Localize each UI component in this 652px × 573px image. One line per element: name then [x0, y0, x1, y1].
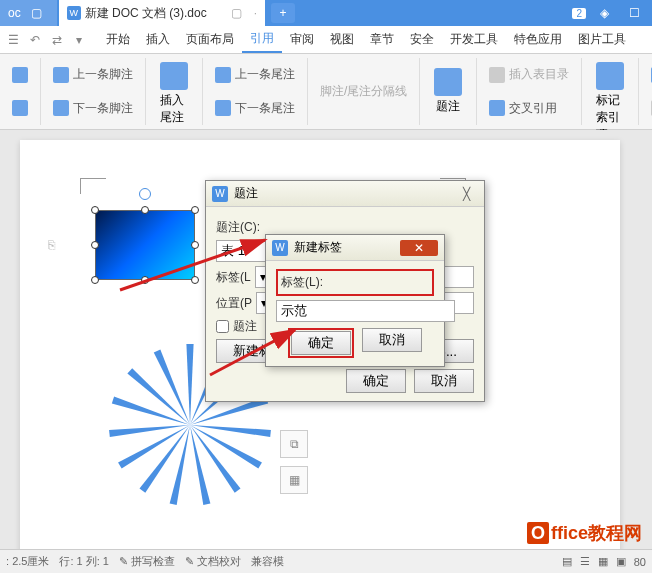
new-label-dialog-body: 标签(L): 确定 取消 — [266, 261, 444, 366]
statusbar: : 2.5厘米 行: 1 列: 1 ✎ 拼写检查 ✎ 文档校对 兼容模 ▤ ☰ … — [0, 549, 652, 573]
ribbon-group-endnote-insert: 插入尾注 — [146, 58, 203, 125]
status-dimension: : 2.5厘米 — [6, 554, 49, 569]
menu-special[interactable]: 特色应用 — [506, 27, 570, 52]
tab-monitor-icon: ▢ — [231, 6, 242, 20]
prev-footnote-button[interactable]: 上一条脚注 — [49, 64, 137, 85]
ribbon-group-index2: 插入索引 更新索引 — [639, 58, 652, 125]
save-icon[interactable]: ☰ — [4, 31, 22, 49]
new-label-close-icon[interactable]: ✕ — [400, 240, 438, 256]
resize-handle-br[interactable] — [191, 276, 199, 284]
caption-input[interactable] — [216, 240, 266, 262]
menu-reference[interactable]: 引用 — [242, 26, 282, 53]
image-content — [95, 210, 195, 280]
resize-handle-tr[interactable] — [191, 206, 199, 214]
ribbon-group-separator: 脚注/尾注分隔线 — [308, 58, 420, 125]
caption-ok-button[interactable]: 确定 — [346, 369, 406, 393]
footnote-separator-button[interactable]: 脚注/尾注分隔线 — [316, 81, 411, 102]
anchor-icon: ⎘ — [48, 238, 55, 252]
caption-cancel-button[interactable]: 取消 — [414, 369, 474, 393]
ribbon-group-caption: 题注 — [420, 58, 477, 125]
prev-endnote-button[interactable]: 上一条尾注 — [211, 64, 299, 85]
mark-entry-icon — [596, 62, 624, 90]
exclude-label: 题注 — [233, 318, 257, 335]
tab-label: 新建 DOC 文档 (3).doc — [85, 5, 207, 22]
view-icon-2[interactable]: ☰ — [580, 555, 590, 568]
menu-view[interactable]: 视图 — [322, 27, 362, 52]
ribbon-group-footnote: 上一条脚注 下一条脚注 — [41, 58, 146, 125]
menu-pagelayout[interactable]: 页面布局 — [178, 27, 242, 52]
menu-devtools[interactable]: 开发工具 — [442, 27, 506, 52]
view-icon-1[interactable]: ▤ — [562, 555, 572, 568]
watermark-text: ffice教程网 — [551, 521, 642, 545]
menu-picture[interactable]: 图片工具 — [570, 27, 634, 52]
footnote-small-btn[interactable] — [8, 65, 32, 85]
cloud-icon[interactable]: ◈ — [594, 3, 614, 23]
update-index-button[interactable]: 更新索引 — [647, 98, 652, 119]
view-icon-3[interactable]: ▦ — [598, 555, 608, 568]
insert-toc-button[interactable]: 插入表目录 — [485, 64, 573, 85]
menu-insert[interactable]: 插入 — [138, 27, 178, 52]
selected-image[interactable] — [95, 210, 195, 280]
insert-index-button[interactable]: 插入索引 — [647, 64, 652, 85]
redo-icon[interactable]: ⇄ — [48, 31, 66, 49]
new-label-cancel-button[interactable]: 取消 — [362, 328, 422, 352]
ribbon-group-index: 标记索引项 — [582, 58, 639, 125]
tab-active[interactable]: W 新建 DOC 文档 (3).doc ▢ · — [59, 0, 265, 26]
resize-handle-tl[interactable] — [91, 206, 99, 214]
menubar: ☰ ↶ ⇄ ▾ 开始 插入 页面布局 引用 审阅 视图 章节 安全 开发工具 特… — [0, 26, 652, 54]
menu-chapter[interactable]: 章节 — [362, 27, 402, 52]
resize-handle-b[interactable] — [141, 276, 149, 284]
exclude-checkbox[interactable] — [216, 320, 229, 333]
label-input[interactable] — [276, 300, 455, 322]
footnote-small-btn2[interactable] — [8, 98, 32, 118]
ribbon-group-footnote-nav — [0, 58, 41, 125]
resize-handle-t[interactable] — [141, 206, 149, 214]
dropdown-icon[interactable]: ▾ — [70, 31, 88, 49]
insert-endnote-button[interactable]: 插入尾注 — [154, 58, 194, 130]
highlight-ok: 确定 — [288, 328, 354, 358]
view-icon-4[interactable]: ▣ — [616, 555, 626, 568]
tab-inactive[interactable]: oc ▢ — [0, 0, 57, 26]
caption-dialog-close-icon[interactable]: ╳ — [455, 187, 478, 201]
zoom-level[interactable]: 80 — [634, 556, 646, 568]
next-endnote-button[interactable]: 下一条尾注 — [211, 98, 299, 119]
skin-icon[interactable]: ☐ — [624, 3, 644, 23]
wps-icon: W — [67, 6, 81, 20]
office-logo-icon: O — [527, 522, 549, 544]
caption-button[interactable]: 题注 — [428, 64, 468, 119]
caption-dialog-titlebar[interactable]: W 题注 ╳ — [206, 181, 484, 207]
menu-start[interactable]: 开始 — [98, 27, 138, 52]
status-spellcheck[interactable]: ✎ 拼写检查 — [119, 554, 175, 569]
caption-dialog-title: 题注 — [234, 185, 258, 202]
new-label-dialog: W 新建标签 ✕ 标签(L): 确定 取消 — [265, 234, 445, 367]
tab-close-icon[interactable]: · — [254, 6, 257, 20]
menu-review[interactable]: 审阅 — [282, 27, 322, 52]
endnote-icon — [160, 62, 188, 90]
position-field-label: 位置(P — [216, 295, 252, 312]
titlebar-right: 2 ◈ ☐ — [572, 3, 652, 23]
resize-handle-l[interactable] — [91, 241, 99, 249]
new-label-ok-button[interactable]: 确定 — [291, 331, 351, 355]
watermark-brand: O ffice教程网 — [527, 521, 642, 545]
caption-field-label: 题注(C): — [216, 219, 260, 236]
next-footnote-button[interactable]: 下一条脚注 — [49, 98, 137, 119]
status-proof[interactable]: ✎ 文档校对 — [185, 554, 241, 569]
ribbon-group-ref: 插入表目录 交叉引用 — [477, 58, 582, 125]
ribbon: 上一条脚注 下一条脚注 插入尾注 上一条尾注 下一条尾注 脚注/尾注分隔线 题注… — [0, 54, 652, 130]
undo-icon[interactable]: ↶ — [26, 31, 44, 49]
label-input-label: 标签(L): — [281, 274, 323, 291]
new-tab-button[interactable]: + — [271, 3, 295, 23]
cross-ref-button[interactable]: 交叉引用 — [485, 98, 573, 119]
rotate-handle[interactable] — [139, 188, 151, 200]
tab-monitor-icon: ▢ — [27, 3, 47, 23]
resize-handle-r[interactable] — [191, 241, 199, 249]
quick-access: ☰ ↶ ⇄ ▾ — [4, 31, 88, 49]
layout-options-button[interactable]: ⧉ — [280, 430, 308, 458]
layout-options-button-2[interactable]: ▦ — [280, 466, 308, 494]
notification-badge[interactable]: 2 — [572, 8, 586, 19]
resize-handle-bl[interactable] — [91, 276, 99, 284]
new-label-dialog-titlebar[interactable]: W 新建标签 ✕ — [266, 235, 444, 261]
menu-security[interactable]: 安全 — [402, 27, 442, 52]
highlight-label-row: 标签(L): — [276, 269, 434, 296]
label-field-label: 标签(L — [216, 269, 251, 286]
